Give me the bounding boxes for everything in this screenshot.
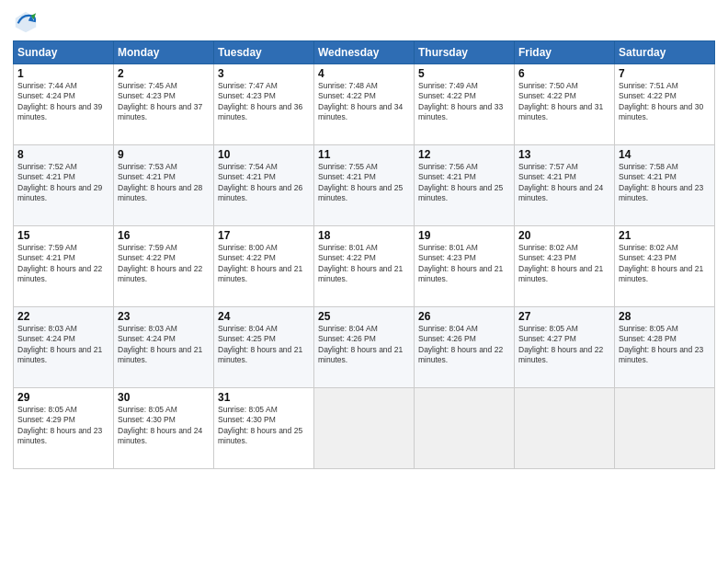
cell-text: Sunrise: 8:00 AMSunset: 4:22 PMDaylight:…: [218, 243, 302, 283]
cell-text: Sunrise: 7:47 AMSunset: 4:23 PMDaylight:…: [218, 81, 302, 121]
cell-text: Sunrise: 7:56 AMSunset: 4:21 PMDaylight:…: [418, 162, 503, 202]
day-number: 13: [518, 148, 610, 161]
day-number: 8: [17, 148, 109, 161]
day-number: 7: [619, 67, 711, 80]
calendar-cell: 26 Sunrise: 8:04 AMSunset: 4:26 PMDaylig…: [415, 307, 515, 388]
day-number: 25: [318, 310, 410, 323]
calendar: SundayMondayTuesdayWednesdayThursdayFrid…: [13, 40, 715, 469]
calendar-cell: 17 Sunrise: 8:00 AMSunset: 4:22 PMDaylig…: [214, 226, 314, 307]
page: SundayMondayTuesdayWednesdayThursdayFrid…: [0, 0, 728, 563]
day-number: 16: [118, 229, 210, 242]
calendar-cell: 27 Sunrise: 8:05 AMSunset: 4:27 PMDaylig…: [515, 307, 615, 388]
calendar-cell: 8 Sunrise: 7:52 AMSunset: 4:21 PMDayligh…: [14, 145, 114, 226]
calendar-cell: 12 Sunrise: 7:56 AMSunset: 4:21 PMDaylig…: [415, 145, 515, 226]
calendar-cell: 31 Sunrise: 8:05 AMSunset: 4:30 PMDaylig…: [214, 388, 314, 469]
day-number: 15: [17, 229, 109, 242]
calendar-cell: 23 Sunrise: 8:03 AMSunset: 4:24 PMDaylig…: [114, 307, 214, 388]
day-number: 20: [518, 229, 610, 242]
dow-header: Thursday: [415, 41, 515, 64]
dow-header: Saturday: [615, 41, 715, 64]
cell-text: Sunrise: 8:03 AMSunset: 4:24 PMDaylight:…: [118, 324, 202, 364]
calendar-cell: 24 Sunrise: 8:04 AMSunset: 4:25 PMDaylig…: [214, 307, 314, 388]
dow-header: Tuesday: [214, 41, 314, 64]
cell-text: Sunrise: 8:03 AMSunset: 4:24 PMDaylight:…: [17, 324, 102, 364]
cell-text: Sunrise: 8:01 AMSunset: 4:22 PMDaylight:…: [318, 243, 403, 283]
cell-text: Sunrise: 8:04 AMSunset: 4:25 PMDaylight:…: [218, 324, 302, 364]
calendar-cell: [615, 388, 715, 469]
calendar-cell: 1 Sunrise: 7:44 AMSunset: 4:24 PMDayligh…: [14, 64, 114, 145]
day-number: 1: [17, 67, 109, 80]
cell-text: Sunrise: 8:05 AMSunset: 4:28 PMDaylight:…: [619, 324, 703, 364]
cell-text: Sunrise: 8:02 AMSunset: 4:23 PMDaylight:…: [619, 243, 703, 283]
cell-text: Sunrise: 8:04 AMSunset: 4:26 PMDaylight:…: [418, 324, 503, 364]
cell-text: Sunrise: 7:57 AMSunset: 4:21 PMDaylight:…: [518, 162, 603, 202]
calendar-cell: [515, 388, 615, 469]
day-number: 4: [318, 67, 410, 80]
calendar-cell: 18 Sunrise: 8:01 AMSunset: 4:22 PMDaylig…: [314, 226, 415, 307]
calendar-cell: 21 Sunrise: 8:02 AMSunset: 4:23 PMDaylig…: [615, 226, 715, 307]
dow-header: Wednesday: [314, 41, 415, 64]
calendar-cell: 19 Sunrise: 8:01 AMSunset: 4:23 PMDaylig…: [415, 226, 515, 307]
calendar-cell: 13 Sunrise: 7:57 AMSunset: 4:21 PMDaylig…: [515, 145, 615, 226]
calendar-cell: 11 Sunrise: 7:55 AMSunset: 4:21 PMDaylig…: [314, 145, 415, 226]
cell-text: Sunrise: 8:05 AMSunset: 4:30 PMDaylight:…: [218, 405, 302, 445]
cell-text: Sunrise: 8:04 AMSunset: 4:26 PMDaylight:…: [318, 324, 403, 364]
day-number: 26: [418, 310, 510, 323]
day-number: 28: [619, 310, 711, 323]
cell-text: Sunrise: 7:58 AMSunset: 4:21 PMDaylight:…: [619, 162, 703, 202]
cell-text: Sunrise: 7:59 AMSunset: 4:21 PMDaylight:…: [17, 243, 102, 283]
cell-text: Sunrise: 7:49 AMSunset: 4:22 PMDaylight:…: [418, 81, 503, 121]
day-number: 9: [118, 148, 210, 161]
day-number: 24: [218, 310, 310, 323]
calendar-cell: 28 Sunrise: 8:05 AMSunset: 4:28 PMDaylig…: [615, 307, 715, 388]
calendar-cell: 3 Sunrise: 7:47 AMSunset: 4:23 PMDayligh…: [214, 64, 314, 145]
day-number: 21: [619, 229, 711, 242]
cell-text: Sunrise: 7:54 AMSunset: 4:21 PMDaylight:…: [218, 162, 302, 202]
calendar-cell: 2 Sunrise: 7:45 AMSunset: 4:23 PMDayligh…: [114, 64, 214, 145]
calendar-cell: 9 Sunrise: 7:53 AMSunset: 4:21 PMDayligh…: [114, 145, 214, 226]
day-number: 19: [418, 229, 510, 242]
calendar-cell: 6 Sunrise: 7:50 AMSunset: 4:22 PMDayligh…: [515, 64, 615, 145]
cell-text: Sunrise: 8:05 AMSunset: 4:29 PMDaylight:…: [17, 405, 102, 445]
cell-text: Sunrise: 7:44 AMSunset: 4:24 PMDaylight:…: [17, 81, 102, 121]
dow-header: Friday: [515, 41, 615, 64]
cell-text: Sunrise: 7:50 AMSunset: 4:22 PMDaylight:…: [518, 81, 603, 121]
day-number: 12: [418, 148, 510, 161]
day-number: 11: [318, 148, 410, 161]
calendar-cell: 25 Sunrise: 8:04 AMSunset: 4:26 PMDaylig…: [314, 307, 415, 388]
cell-text: Sunrise: 8:05 AMSunset: 4:30 PMDaylight:…: [118, 405, 202, 445]
calendar-cell: 14 Sunrise: 7:58 AMSunset: 4:21 PMDaylig…: [615, 145, 715, 226]
calendar-cell: 30 Sunrise: 8:05 AMSunset: 4:30 PMDaylig…: [114, 388, 214, 469]
cell-text: Sunrise: 7:45 AMSunset: 4:23 PMDaylight:…: [118, 81, 202, 121]
logo-icon: [13, 9, 39, 35]
calendar-cell: 16 Sunrise: 7:59 AMSunset: 4:22 PMDaylig…: [114, 226, 214, 307]
cell-text: Sunrise: 8:05 AMSunset: 4:27 PMDaylight:…: [518, 324, 603, 364]
calendar-cell: 7 Sunrise: 7:51 AMSunset: 4:22 PMDayligh…: [615, 64, 715, 145]
day-number: 10: [218, 148, 310, 161]
day-number: 31: [218, 391, 310, 404]
calendar-cell: 4 Sunrise: 7:48 AMSunset: 4:22 PMDayligh…: [314, 64, 415, 145]
cell-text: Sunrise: 7:52 AMSunset: 4:21 PMDaylight:…: [17, 162, 102, 202]
header: [13, 9, 715, 35]
dow-header: Monday: [114, 41, 214, 64]
cell-text: Sunrise: 7:51 AMSunset: 4:22 PMDaylight:…: [619, 81, 703, 121]
day-number: 27: [518, 310, 610, 323]
cell-text: Sunrise: 8:02 AMSunset: 4:23 PMDaylight:…: [518, 243, 603, 283]
calendar-cell: 29 Sunrise: 8:05 AMSunset: 4:29 PMDaylig…: [14, 388, 114, 469]
day-number: 2: [118, 67, 210, 80]
calendar-cell: 5 Sunrise: 7:49 AMSunset: 4:22 PMDayligh…: [415, 64, 515, 145]
day-number: 5: [418, 67, 510, 80]
day-number: 17: [218, 229, 310, 242]
cell-text: Sunrise: 7:48 AMSunset: 4:22 PMDaylight:…: [318, 81, 403, 121]
calendar-cell: 20 Sunrise: 8:02 AMSunset: 4:23 PMDaylig…: [515, 226, 615, 307]
day-number: 30: [118, 391, 210, 404]
logo: [13, 9, 42, 35]
calendar-cell: 10 Sunrise: 7:54 AMSunset: 4:21 PMDaylig…: [214, 145, 314, 226]
cell-text: Sunrise: 7:53 AMSunset: 4:21 PMDaylight:…: [118, 162, 202, 202]
cell-text: Sunrise: 7:55 AMSunset: 4:21 PMDaylight:…: [318, 162, 403, 202]
cell-text: Sunrise: 7:59 AMSunset: 4:22 PMDaylight:…: [118, 243, 202, 283]
cell-text: Sunrise: 8:01 AMSunset: 4:23 PMDaylight:…: [418, 243, 503, 283]
calendar-cell: 22 Sunrise: 8:03 AMSunset: 4:24 PMDaylig…: [14, 307, 114, 388]
day-number: 18: [318, 229, 410, 242]
calendar-cell: 15 Sunrise: 7:59 AMSunset: 4:21 PMDaylig…: [14, 226, 114, 307]
